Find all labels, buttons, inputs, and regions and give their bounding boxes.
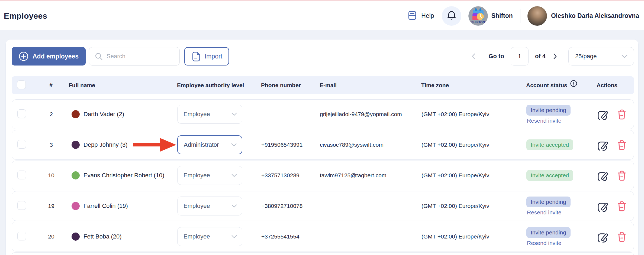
- column-header-phone: Phone number: [258, 82, 318, 89]
- authority-select[interactable]: Employee: [177, 197, 242, 215]
- time-zone: (GMT +02:00) Europe/Kyiv: [420, 233, 525, 240]
- time-zone: (GMT +02:00) Europe/Kyiv: [420, 142, 525, 148]
- column-header-email: E-mail: [318, 82, 420, 89]
- page-title: Employees: [4, 11, 47, 21]
- workspace-name: Shifton: [491, 12, 513, 19]
- column-header-actions: Actions: [592, 82, 634, 89]
- authority-value: Employee: [183, 111, 210, 118]
- help-label: Help: [421, 12, 434, 19]
- employee-color-dot: [72, 171, 80, 179]
- time-zone: (GMT +02:00) Europe/Kyiv: [420, 172, 525, 179]
- employee-name: Fett Boba (20): [83, 233, 122, 240]
- resend-invite-link[interactable]: Resend invite: [526, 240, 561, 246]
- app-header: Employees Help: [0, 1, 644, 30]
- row-checkbox[interactable]: [17, 171, 26, 179]
- status-badge: Invite pending: [526, 105, 571, 116]
- time-zone: (GMT +02:00) Europe/Kyiv: [420, 111, 525, 117]
- authority-value: Employee: [183, 202, 210, 210]
- edit-icon[interactable]: [597, 231, 609, 243]
- phone-number: +380972710078: [259, 203, 319, 209]
- next-row-partial: [12, 252, 634, 255]
- phone-number: +33757130289: [259, 172, 319, 179]
- delete-icon[interactable]: [616, 139, 627, 151]
- resend-invite-link[interactable]: Resend invite: [526, 117, 561, 124]
- row-number: 10: [34, 172, 69, 179]
- account-status-info-icon[interactable]: [570, 80, 577, 87]
- row-checkbox[interactable]: [17, 109, 26, 118]
- authority-select[interactable]: Employee: [177, 166, 242, 185]
- delete-icon[interactable]: [616, 169, 627, 182]
- edit-icon[interactable]: [597, 169, 609, 182]
- employee-name: Darth Vader (2): [83, 111, 124, 118]
- edit-icon[interactable]: [597, 139, 609, 151]
- table-row: 10 Evans Christopher Robert (10) Employe…: [12, 161, 634, 190]
- table-body: 2 Darth Vader (2) Employee grijejeillado…: [12, 99, 634, 255]
- plus-circle-icon: [19, 51, 28, 61]
- status-badge: Invite pending: [526, 227, 571, 238]
- toolbar: Add employees Import: [12, 47, 634, 66]
- authority-select[interactable]: Administrator: [177, 135, 242, 154]
- help-button[interactable]: Help: [407, 10, 434, 22]
- row-checkbox[interactable]: [17, 232, 26, 240]
- row-number: 3: [34, 142, 69, 148]
- phone-number: +919506543991: [259, 142, 319, 148]
- user-avatar[interactable]: [527, 6, 547, 26]
- status-badge: Invite pending: [526, 197, 571, 207]
- import-button[interactable]: Import: [184, 47, 229, 66]
- page-size-value: 25/page: [575, 53, 597, 60]
- import-label: Import: [205, 53, 222, 60]
- employee-color-dot: [72, 141, 80, 149]
- row-checkbox[interactable]: [17, 140, 26, 149]
- delete-icon[interactable]: [616, 231, 627, 243]
- table-row: 3 Depp Johnny (3) Administrator +9195065…: [12, 130, 634, 160]
- authority-value: Employee: [183, 233, 210, 240]
- import-file-icon: [191, 51, 201, 62]
- help-icon: [407, 10, 418, 22]
- column-header-full-name: Full name: [69, 82, 177, 89]
- table-row: 19 Farrell Colin (19) Employee +38097271…: [12, 191, 634, 221]
- delete-icon[interactable]: [616, 108, 627, 120]
- main-area: Add employees Import: [0, 30, 644, 255]
- employee-color-dot: [72, 110, 80, 118]
- page-size-select[interactable]: 25/page: [568, 47, 634, 66]
- next-page-button[interactable]: [553, 53, 558, 60]
- add-employees-button[interactable]: Add employees: [12, 47, 86, 66]
- resend-invite-link[interactable]: Resend invite: [526, 209, 561, 216]
- row-checkbox[interactable]: [17, 201, 26, 210]
- phone-number: +37255541554: [259, 233, 319, 240]
- email: grijejeilladoi-9479@yopmail.com: [319, 111, 420, 117]
- select-all-checkbox[interactable]: [17, 80, 26, 89]
- column-header-number: #: [33, 82, 69, 89]
- row-number: 2: [34, 111, 69, 117]
- notifications-button[interactable]: [442, 6, 461, 26]
- email: civasoc789@syswift.com: [319, 142, 420, 148]
- go-to-label: Go to: [488, 53, 504, 60]
- svg-text:SHIFTON: SHIFTON: [471, 21, 485, 24]
- search-input[interactable]: [107, 53, 176, 60]
- edit-icon[interactable]: [597, 108, 609, 120]
- page-number-input[interactable]: [511, 47, 529, 66]
- table-row: 20 Fett Boba (20) Employee +37255541554 …: [12, 222, 634, 251]
- row-number: 19: [34, 203, 69, 209]
- search-icon: [94, 52, 103, 61]
- shifton-logo[interactable]: SHIFTON: [468, 6, 488, 26]
- edit-icon[interactable]: [597, 200, 609, 212]
- chevron-down-icon: [231, 204, 237, 208]
- search-box: [89, 47, 180, 66]
- bell-icon: [446, 10, 457, 22]
- authority-select[interactable]: Employee: [177, 105, 242, 124]
- table-row: 2 Darth Vader (2) Employee grijejeillado…: [12, 99, 634, 129]
- user-name: Oleshko Daria Aleksandrovna: [551, 12, 639, 19]
- status-badge: Invite accepted: [526, 170, 573, 181]
- delete-icon[interactable]: [616, 200, 627, 212]
- chevron-down-icon: [231, 112, 237, 116]
- employee-color-dot: [72, 202, 80, 210]
- chevron-down-icon: [231, 174, 237, 177]
- chevron-down-icon: [231, 235, 237, 238]
- prev-page-button[interactable]: [471, 53, 476, 60]
- add-employees-label: Add employees: [33, 53, 79, 60]
- table-header-row: # Full name Employee authority level Pho…: [12, 76, 634, 94]
- status-badge: Invite accepted: [526, 139, 573, 150]
- row-number: 20: [34, 233, 69, 240]
- authority-select[interactable]: Employee: [177, 227, 242, 246]
